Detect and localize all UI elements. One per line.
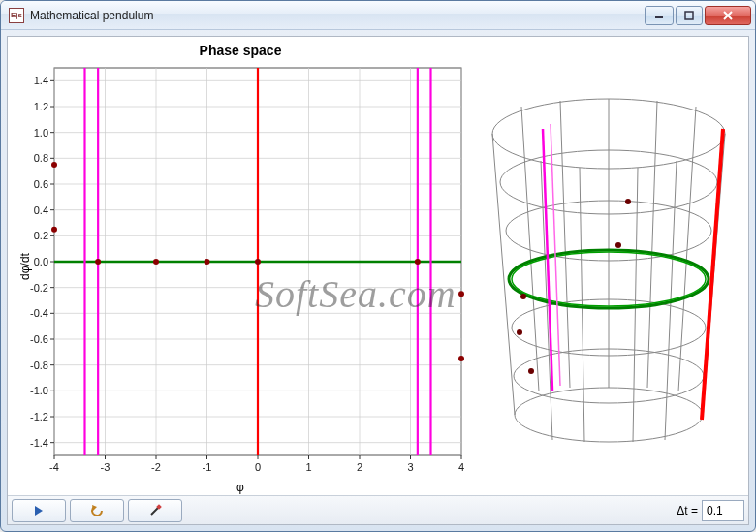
dt-label: Δt = (675, 504, 702, 517)
svg-text:4: 4 (458, 461, 464, 473)
minimize-button[interactable] (645, 6, 674, 25)
window-controls (643, 6, 751, 25)
svg-point-117 (517, 329, 522, 335)
svg-text:-0.8: -0.8 (30, 360, 48, 371)
three-d-panel[interactable] (473, 37, 748, 495)
svg-point-88 (255, 259, 261, 265)
svg-text:-1.4: -1.4 (30, 437, 48, 449)
app-icon: Ejs (9, 8, 24, 23)
chart-title: Phase space (8, 37, 473, 62)
reset-button[interactable] (70, 499, 124, 522)
svg-line-103 (678, 107, 696, 391)
svg-point-97 (515, 388, 703, 442)
svg-text:0: 0 (255, 461, 261, 473)
svg-text:-0.6: -0.6 (30, 333, 48, 345)
svg-point-115 (615, 242, 621, 248)
svg-text:1: 1 (305, 461, 311, 473)
svg-marker-119 (35, 506, 43, 516)
svg-point-84 (51, 227, 57, 233)
play-button[interactable] (12, 499, 66, 522)
svg-point-114 (625, 199, 631, 204)
svg-text:-1.2: -1.2 (30, 411, 48, 422)
svg-line-100 (560, 101, 570, 388)
svg-line-121 (151, 508, 158, 515)
svg-point-90 (458, 291, 464, 297)
svg-text:-0.4: -0.4 (30, 307, 48, 319)
phase-space-panel: Phase space dφ/dt -4-3-2-101234-1.4-1.2-… (8, 37, 473, 495)
window-title: Mathematical pendulum (30, 9, 643, 22)
svg-point-87 (205, 259, 210, 265)
svg-point-116 (520, 294, 526, 299)
y-axis-label: dφ/dt (18, 253, 32, 280)
svg-text:0.8: 0.8 (34, 152, 48, 164)
undo-icon (89, 505, 105, 516)
plot-row: Phase space dφ/dt -4-3-2-101234-1.4-1.2-… (8, 37, 748, 495)
phase-space-chart[interactable]: -4-3-2-101234-1.4-1.2-1.0-0.8-0.6-0.4-0.… (8, 62, 473, 479)
svg-line-112 (543, 129, 552, 391)
svg-text:1.2: 1.2 (34, 101, 48, 112)
svg-text:-4: -4 (49, 461, 59, 473)
svg-point-86 (153, 259, 159, 265)
svg-line-99 (521, 107, 539, 391)
x-axis-label: φ (8, 479, 473, 494)
svg-line-102 (647, 101, 657, 388)
maximize-button[interactable] (676, 6, 703, 25)
svg-point-83 (51, 162, 57, 168)
close-button[interactable] (705, 6, 751, 25)
svg-text:-1.0: -1.0 (30, 385, 48, 396)
svg-point-85 (95, 259, 101, 265)
svg-text:0.4: 0.4 (34, 204, 48, 216)
svg-text:-0.2: -0.2 (30, 282, 48, 294)
svg-text:0.2: 0.2 (34, 230, 48, 241)
svg-point-89 (415, 259, 421, 265)
svg-text:1.0: 1.0 (34, 127, 48, 139)
svg-text:3: 3 (407, 461, 413, 473)
client-area: Phase space dφ/dt -4-3-2-101234-1.4-1.2-… (7, 36, 749, 525)
svg-text:2: 2 (357, 461, 362, 473)
clear-button[interactable] (128, 499, 182, 522)
svg-text:0.0: 0.0 (34, 256, 48, 267)
three-d-chart[interactable] (473, 37, 744, 492)
toolbar: Δt = 0.1 (8, 495, 748, 524)
svg-text:-3: -3 (101, 461, 110, 473)
svg-text:1.4: 1.4 (34, 75, 48, 86)
svg-point-118 (528, 368, 534, 374)
svg-rect-1 (685, 12, 693, 19)
svg-text:-2: -2 (151, 461, 161, 473)
svg-point-91 (458, 356, 464, 361)
play-icon (34, 505, 44, 516)
brush-icon (148, 504, 162, 517)
app-window: Ejs Mathematical pendulum Phase space dφ… (0, 0, 756, 532)
svg-text:-1: -1 (203, 461, 212, 473)
svg-text:0.6: 0.6 (34, 178, 48, 190)
dt-input[interactable]: 0.1 (702, 500, 744, 521)
titlebar: Ejs Mathematical pendulum (1, 1, 755, 30)
